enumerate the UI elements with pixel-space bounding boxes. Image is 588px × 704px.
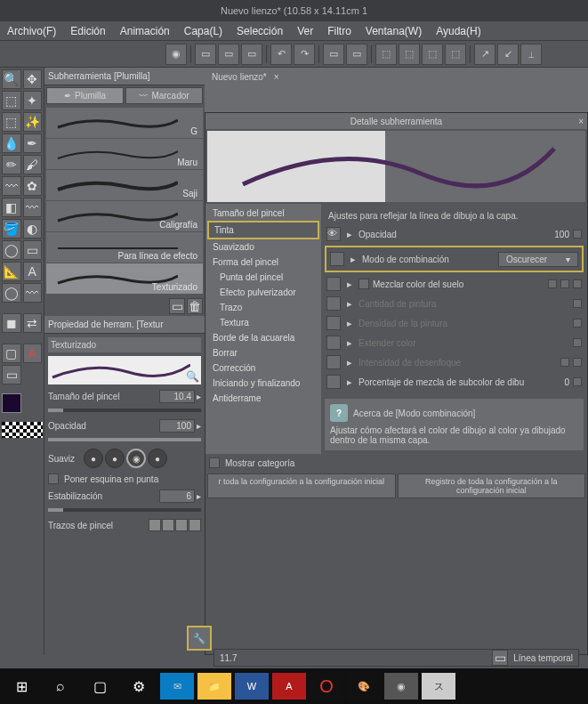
densidad-arrow-icon[interactable]: ▸	[344, 318, 355, 329]
airbrush-tool-icon[interactable]: 〰	[2, 176, 21, 196]
toolbar-ruler2-icon[interactable]: ↙	[497, 44, 519, 65]
smooth-option-3[interactable]: ◉	[126, 449, 146, 468]
wand-tool-icon[interactable]: ✨	[23, 112, 43, 132]
intensidad-arrow-icon[interactable]: ▸	[344, 357, 355, 368]
prop-estab-slider[interactable]	[48, 508, 201, 512]
menu-seleccion[interactable]: Selección	[237, 25, 283, 37]
prop-tamano-slider[interactable]	[48, 409, 201, 412]
show-category-checkbox[interactable]	[209, 457, 220, 468]
app-word-icon[interactable]: W	[235, 673, 269, 700]
frame-tool-icon[interactable]: ▭	[23, 240, 43, 260]
toolbar-new-icon[interactable]: ▭	[195, 44, 216, 65]
brush-texturizado[interactable]: Texturizado	[46, 263, 203, 294]
timeline-label[interactable]: Línea temporal	[513, 653, 573, 663]
stroke-preset-2[interactable]	[162, 519, 174, 531]
move-layer-icon[interactable]: ✦	[23, 91, 43, 110]
stroke-preset-3[interactable]	[175, 519, 188, 531]
cat-borrar[interactable]: Borrar	[207, 345, 319, 360]
brush-delete-icon[interactable]: 🗑	[187, 298, 203, 314]
app-other-icon[interactable]: ス	[422, 673, 455, 700]
cat-trazo[interactable]: Trazo	[207, 300, 319, 315]
document-tab[interactable]: Nuevo lienzo* ×	[205, 68, 588, 85]
stroke-preset-4[interactable]	[189, 519, 201, 531]
preview-expand-icon[interactable]: 🔍	[186, 370, 199, 383]
cat-forma[interactable]: Forma del pincel	[207, 255, 319, 270]
app-mail-icon[interactable]: ✉	[160, 673, 194, 700]
prop-tamano-arrow-icon[interactable]: ▸	[197, 392, 201, 401]
balloon-tool-icon[interactable]: ◯	[2, 283, 21, 303]
prop-opacidad-value[interactable]: 100	[159, 419, 195, 433]
fill-tool-icon[interactable]: 🪣	[2, 219, 21, 239]
pencil-tool-icon[interactable]: ✏	[2, 155, 21, 174]
figure-tool-icon[interactable]: ◯	[2, 240, 21, 260]
cat-punta[interactable]: Punta del pincel	[207, 270, 319, 285]
cantidad-arrow-icon[interactable]: ▸	[344, 298, 355, 310]
move-tool-icon[interactable]: ✥	[23, 69, 43, 89]
brush-tool-icon[interactable]: 🖌	[23, 155, 43, 174]
tab-marcador[interactable]: 〰 Marcador	[125, 87, 203, 104]
app-clipstudio-icon[interactable]: ◉	[384, 673, 418, 700]
toolbar-save-icon[interactable]: ▭	[241, 44, 262, 65]
brush-efecto[interactable]: Para línea de efecto	[46, 232, 203, 263]
cat-tinta[interactable]: Tinta	[207, 221, 319, 239]
smooth-option-4[interactable]: ●	[148, 449, 167, 468]
toolbar-clear-icon[interactable]: ▭	[323, 44, 344, 65]
marquee-tool-icon[interactable]: ⬚	[2, 112, 21, 132]
register-config-button[interactable]: Registro de toda la configuración a la c…	[398, 473, 586, 498]
mezclar-toggle-icon[interactable]	[326, 277, 341, 291]
mezclar-opt3-icon[interactable]	[573, 279, 582, 288]
transparency-swatch[interactable]	[2, 422, 43, 438]
app-explorer-icon[interactable]: 📁	[197, 673, 231, 700]
decoration-tool-icon[interactable]: ✿	[23, 176, 43, 196]
brush-menu-icon[interactable]: ▭	[169, 298, 185, 314]
densidad-toggle-icon[interactable]	[326, 316, 341, 330]
brush-caligrafia[interactable]: Caligrafía	[46, 201, 203, 231]
esquina-checkbox[interactable]	[48, 473, 59, 484]
prop-estab-value[interactable]: 6	[159, 490, 195, 503]
canvas-area[interactable]: Detalle subherramienta × Texturizado Tam…	[205, 85, 588, 655]
app-opera-icon[interactable]: O	[310, 673, 343, 700]
cat-iniciando[interactable]: Iniciando y finalizando	[207, 376, 319, 391]
prop-opacidad-arrow-icon[interactable]: ▸	[197, 421, 201, 431]
prop-estab-arrow-icon[interactable]: ▸	[197, 491, 201, 501]
reset-config-button[interactable]: r toda la configuración a la configuraci…	[207, 473, 396, 498]
mode-arrow-icon[interactable]: ▸	[348, 254, 358, 265]
brush-maru[interactable]: Maru	[46, 139, 203, 169]
toolbar-open-icon[interactable]: ▭	[218, 44, 239, 65]
mezclar-opt2-icon[interactable]	[560, 279, 569, 288]
menu-ayuda[interactable]: Ayuda(H)	[436, 25, 480, 37]
color-swatch[interactable]	[2, 393, 21, 413]
extender-toggle-icon[interactable]	[326, 336, 341, 350]
cat-acuarela[interactable]: Borde de la acuarela	[207, 330, 319, 345]
cantidad-toggle-icon[interactable]	[326, 296, 341, 311]
toolbar-fill-icon[interactable]: ▭	[346, 44, 367, 65]
toolbar-invert-icon[interactable]: ⬚	[422, 44, 443, 65]
ruler-tool-icon[interactable]: 📐	[2, 262, 21, 281]
porcentaje-dynamics-icon[interactable]	[573, 377, 582, 386]
brush-g[interactable]: G	[46, 108, 203, 138]
start-button[interactable]: ⊞	[4, 670, 39, 702]
menu-archivo[interactable]: Archivo(F)	[7, 25, 56, 37]
toolbar-border-icon[interactable]: ⬚	[445, 44, 466, 65]
zoom-tool-icon[interactable]: 🔍	[2, 69, 21, 89]
toolbar-select-all-icon[interactable]: ⬚	[375, 44, 397, 65]
menu-edicion[interactable]: Edición	[70, 25, 105, 37]
blend-tool-icon[interactable]: 〰	[23, 198, 43, 217]
menu-capa[interactable]: Capa(L)	[184, 25, 222, 37]
wrench-button[interactable]: 🔧	[187, 626, 212, 651]
mode-toggle-icon[interactable]	[330, 252, 344, 266]
pen-tool-icon[interactable]: ✒	[23, 134, 43, 153]
timeline-icon[interactable]: ▭	[492, 650, 508, 666]
extender-arrow-icon[interactable]: ▸	[344, 337, 355, 349]
layer-icon[interactable]: ▭	[2, 365, 21, 384]
swap-color-icon[interactable]: ⇄	[23, 313, 43, 333]
tab-close-icon[interactable]: ×	[274, 72, 279, 82]
porcentaje-arrow-icon[interactable]: ▸	[344, 376, 355, 388]
operation-tool-icon[interactable]: ⬚	[2, 91, 21, 110]
toolbar-redo-icon[interactable]: ↷	[294, 44, 315, 65]
prop-tamano-value[interactable]: 10.4	[159, 390, 195, 403]
settings-icon[interactable]: ⚙	[121, 670, 157, 702]
search-icon[interactable]: ⌕	[43, 670, 78, 702]
mezclar-checkbox[interactable]	[358, 279, 369, 289]
porcentaje-toggle-icon[interactable]	[326, 375, 341, 389]
